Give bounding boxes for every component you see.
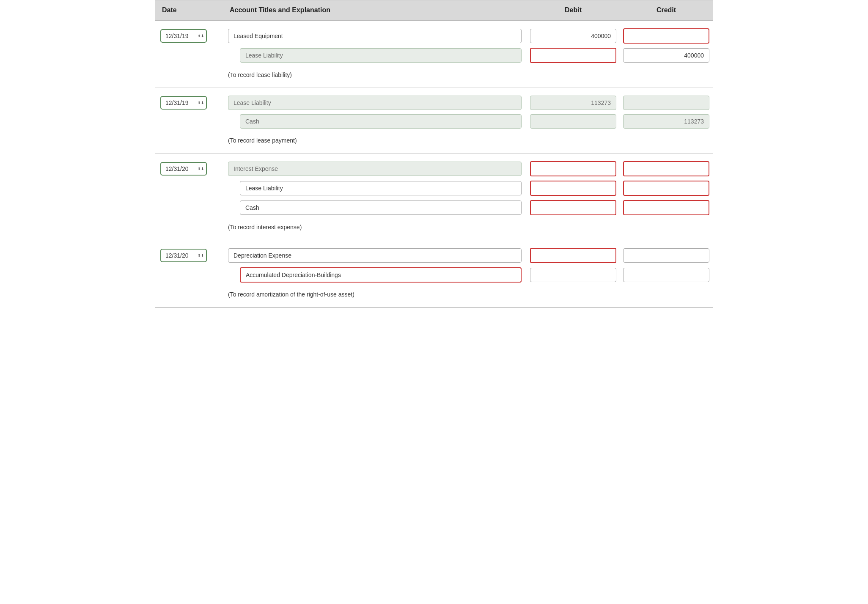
note-text-4: (To record amortization of the right-of-…	[223, 289, 713, 301]
journal-sections: 12/31/19(To record lease liability)12/31…	[155, 21, 713, 307]
debit-input-3-1[interactable]	[530, 161, 616, 176]
date-select-wrapper-3[interactable]: 12/31/20	[160, 162, 207, 176]
date-select-wrapper-1[interactable]: 12/31/19	[160, 29, 207, 43]
journal-row-2-2	[155, 114, 713, 129]
journal-section-3: 12/31/20(To record interest expense)	[155, 154, 713, 240]
note-date-spacer-1	[155, 70, 223, 82]
account-input-1-1[interactable]	[228, 29, 522, 43]
date-cell-3-1[interactable]: 12/31/20	[155, 162, 223, 176]
account-input-4-1[interactable]	[228, 248, 522, 263]
debit-cell-2-2	[527, 114, 620, 129]
account-input-3-3[interactable]	[240, 200, 522, 215]
credit-cell-4-2	[620, 268, 713, 282]
note-row-4: (To record amortization of the right-of-…	[155, 287, 713, 302]
credit-cell-1-2	[620, 48, 713, 63]
account-input-1-2[interactable]	[240, 48, 522, 63]
journal-row-3-3	[155, 200, 713, 215]
debit-column-header: Debit	[527, 0, 620, 20]
journal-row-1-1: 12/31/19	[155, 28, 713, 44]
account-cell-4-2	[223, 267, 527, 283]
account-cell-2-2	[223, 114, 527, 129]
journal-table: Date Account Titles and Explanation Debi…	[155, 0, 713, 308]
credit-cell-4-1	[620, 248, 713, 263]
debit-input-3-2[interactable]	[530, 181, 616, 196]
debit-input-1-2[interactable]	[530, 48, 616, 63]
account-cell-3-1	[223, 162, 527, 176]
account-input-3-1[interactable]	[228, 162, 522, 176]
note-row-1: (To record lease liability)	[155, 67, 713, 82]
date-cell-4-1[interactable]: 12/31/20	[155, 249, 223, 262]
account-cell-1-2	[223, 48, 527, 63]
credit-input-3-2[interactable]	[623, 181, 709, 196]
credit-cell-2-2	[620, 114, 713, 129]
debit-input-1-1[interactable]	[530, 29, 616, 43]
credit-input-4-2[interactable]	[623, 268, 709, 282]
credit-column-header: Credit	[620, 0, 713, 20]
note-text-2: (To record lease payment)	[223, 135, 713, 147]
debit-cell-3-3	[527, 200, 620, 215]
credit-cell-2-1	[620, 96, 713, 110]
note-date-spacer-2	[155, 135, 223, 147]
credit-input-2-1[interactable]	[623, 96, 709, 110]
debit-input-4-1[interactable]	[530, 248, 616, 263]
debit-input-2-2[interactable]	[530, 114, 616, 129]
account-input-3-2[interactable]	[240, 181, 522, 195]
journal-row-4-1: 12/31/20	[155, 248, 713, 263]
journal-row-1-2	[155, 48, 713, 63]
account-cell-3-3	[223, 200, 527, 215]
credit-cell-3-3	[620, 200, 713, 215]
note-text-1: (To record lease liability)	[223, 70, 713, 82]
journal-section-2: 12/31/19(To record lease payment)	[155, 88, 713, 154]
date-select-2[interactable]: 12/31/19	[160, 96, 207, 110]
date-column-header: Date	[155, 0, 223, 20]
credit-input-3-3[interactable]	[623, 200, 709, 215]
date-select-4[interactable]: 12/31/20	[160, 249, 207, 262]
debit-cell-2-1	[527, 96, 620, 110]
journal-row-2-1: 12/31/19	[155, 96, 713, 110]
note-date-spacer-4	[155, 289, 223, 301]
debit-cell-4-2	[527, 268, 620, 282]
date-cell-1-1[interactable]: 12/31/19	[155, 29, 223, 43]
credit-input-4-1[interactable]	[623, 248, 709, 263]
credit-cell-3-1	[620, 161, 713, 176]
date-select-1[interactable]: 12/31/19	[160, 29, 207, 43]
debit-input-2-1[interactable]	[530, 96, 616, 110]
journal-row-3-1: 12/31/20	[155, 161, 713, 176]
account-input-2-1[interactable]	[228, 96, 522, 110]
date-select-3[interactable]: 12/31/20	[160, 162, 207, 176]
table-header: Date Account Titles and Explanation Debi…	[155, 0, 713, 21]
note-text-3: (To record interest expense)	[223, 222, 713, 234]
debit-cell-4-1	[527, 248, 620, 263]
note-row-2: (To record lease payment)	[155, 133, 713, 148]
account-cell-3-2	[223, 181, 527, 195]
credit-cell-1-1	[620, 28, 713, 44]
debit-cell-3-1	[527, 161, 620, 176]
credit-input-2-2[interactable]	[623, 114, 709, 129]
note-date-spacer-3	[155, 222, 223, 234]
account-cell-2-1	[223, 96, 527, 110]
account-cell-4-1	[223, 248, 527, 263]
debit-cell-1-1	[527, 29, 620, 43]
account-input-4-2[interactable]	[240, 267, 522, 283]
credit-cell-3-2	[620, 181, 713, 196]
journal-section-1: 12/31/19(To record lease liability)	[155, 21, 713, 88]
debit-input-4-2[interactable]	[530, 268, 616, 282]
note-row-3: (To record interest expense)	[155, 220, 713, 235]
debit-cell-1-2	[527, 48, 620, 63]
debit-cell-3-2	[527, 181, 620, 196]
account-cell-1-1	[223, 29, 527, 43]
journal-row-4-2	[155, 267, 713, 283]
date-select-wrapper-2[interactable]: 12/31/19	[160, 96, 207, 110]
date-select-wrapper-4[interactable]: 12/31/20	[160, 249, 207, 262]
credit-input-3-1[interactable]	[623, 161, 709, 176]
debit-input-3-3[interactable]	[530, 200, 616, 215]
journal-row-3-2	[155, 181, 713, 196]
credit-input-1-2[interactable]	[623, 48, 709, 63]
journal-section-4: 12/31/20(To record amortization of the r…	[155, 240, 713, 307]
account-column-header: Account Titles and Explanation	[223, 0, 527, 20]
credit-input-1-1[interactable]	[623, 28, 709, 44]
account-input-2-2[interactable]	[240, 114, 522, 129]
date-cell-2-1[interactable]: 12/31/19	[155, 96, 223, 110]
